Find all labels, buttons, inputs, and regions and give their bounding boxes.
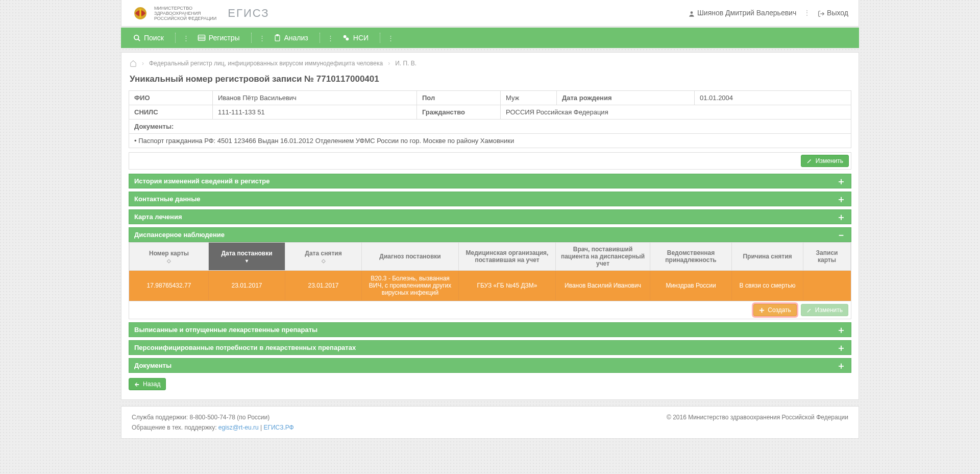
dispanser-table-wrap: Номер карты◇ Дата постановки▾ Дата сняти…	[129, 242, 851, 301]
list-icon	[198, 34, 206, 41]
svg-point-2	[691, 11, 693, 14]
svg-rect-14	[760, 310, 764, 311]
section-drugs-need[interactable]: Персонифицированные потребности в лекарс…	[129, 340, 851, 355]
expand-icon: ＋	[837, 362, 846, 369]
section-drugs-out[interactable]: Выписанные и отпущенные лекарственные пр…	[129, 322, 851, 337]
breadcrumb: › Федеральный регистр лиц, инфицированны…	[130, 60, 851, 67]
val-sex: Муж	[501, 91, 557, 105]
pencil-icon	[806, 307, 812, 313]
brand-title: ЕГИСЗ	[228, 7, 269, 20]
emblem-icon	[132, 5, 149, 22]
svg-rect-10	[276, 34, 278, 36]
nav-nsi[interactable]: НСИ	[338, 31, 373, 45]
table-row[interactable]: 17.98765432.77 23.01.2017 23.01.2017 B20…	[130, 271, 851, 301]
section-history[interactable]: История изменений сведений в регистре＋	[129, 174, 851, 188]
home-icon[interactable]	[130, 60, 137, 67]
dispanser-table: Номер карты◇ Дата постановки▾ Дата сняти…	[129, 242, 851, 301]
svg-point-4	[134, 35, 139, 39]
gears-icon	[342, 34, 350, 41]
svg-point-12	[346, 37, 349, 40]
back-button[interactable]: Назад	[129, 378, 166, 390]
section-documents[interactable]: Документы＋	[129, 358, 851, 373]
support-site[interactable]: ЕГИСЗ.РФ	[263, 424, 293, 431]
label-fio: ФИО	[129, 91, 213, 105]
edit-bar: Изменить	[129, 152, 851, 170]
label-snils: СНИЛС	[129, 105, 213, 120]
val-document: • Паспорт гражданина РФ: 4501 123466 Выд…	[129, 134, 851, 148]
logout-icon	[818, 10, 825, 17]
crumb-registry[interactable]: Федеральный регистр лиц, инфицированных …	[149, 60, 383, 67]
expand-icon: ＋	[837, 344, 846, 351]
svg-rect-1	[139, 9, 141, 17]
section-treatment[interactable]: Карта лечения＋	[129, 209, 851, 224]
label-documents: Документы:	[129, 120, 851, 134]
svg-point-11	[344, 35, 347, 38]
expand-icon: ＋	[837, 196, 846, 203]
col-dept[interactable]: Ведомственная принадлежность	[650, 243, 732, 271]
col-card-no[interactable]: Номер карты◇	[130, 243, 209, 271]
pencil-icon	[806, 158, 813, 164]
main-nav: Поиск ⋮ Регистры ⋮ Анализ ⋮ НСИ ⋮	[121, 28, 859, 48]
search-icon	[133, 34, 141, 42]
label-dob: Дата рождения	[557, 91, 695, 105]
val-dob: 01.01.2004	[695, 91, 851, 105]
nav-search[interactable]: Поиск	[129, 31, 168, 45]
label-sex: Пол	[417, 91, 501, 105]
nav-registers[interactable]: Регистры	[193, 31, 244, 45]
summary-table: ФИО Иванов Пётр Васильевич Пол Муж Дата …	[129, 90, 851, 148]
col-date-off[interactable]: Дата снятия◇	[285, 243, 362, 271]
svg-line-5	[138, 39, 140, 41]
support-email[interactable]: egisz@rt-eu.ru	[218, 424, 259, 431]
col-doctor[interactable]: Врач, поставивший пациента на диспансерн…	[556, 243, 650, 271]
val-snils: 111-111-133 51	[213, 105, 417, 120]
crumb-current: И. П. В.	[395, 60, 416, 67]
top-bar: МИНИСТЕРСТВО ЗДРАВООХРАНЕНИЯ РОССИЙСКОЙ …	[121, 0, 859, 27]
expand-icon: ＋	[837, 326, 846, 334]
ministry-label: МИНИСТЕРСТВО ЗДРАВООХРАНЕНИЯ РОССИЙСКОЙ …	[154, 6, 216, 21]
col-diagnosis[interactable]: Диагноз постановки	[362, 243, 459, 271]
col-records[interactable]: Записи карты	[803, 243, 851, 271]
arrow-left-icon	[134, 382, 140, 387]
support-phone: Служба поддержки: 8-800-500-74-78 (по Ро…	[132, 414, 294, 421]
section-dispanser[interactable]: Диспансерное наблюдение－	[129, 227, 851, 242]
edit-row-button[interactable]: Изменить	[801, 304, 848, 316]
expand-icon: ＋	[837, 178, 846, 185]
clipboard-icon	[274, 34, 281, 42]
collapse-icon: －	[837, 231, 846, 239]
copyright: © 2016 Министерство здравоохранения Росс…	[667, 414, 848, 421]
kebab-icon[interactable]: ⋮	[803, 9, 811, 17]
page-title: Уникальный номер регистровой записи № 77…	[130, 74, 851, 84]
edit-button[interactable]: Изменить	[801, 155, 849, 167]
plus-icon	[759, 307, 765, 313]
nav-analysis[interactable]: Анализ	[270, 31, 312, 45]
logout-link[interactable]: Выход	[818, 9, 848, 17]
create-button[interactable]: Создать	[753, 304, 797, 316]
col-date-on[interactable]: Дата постановки▾	[209, 243, 285, 271]
label-citizen: Гражданство	[417, 105, 501, 120]
val-citizen: РОССИЯ Российская Федерация	[501, 105, 851, 120]
svg-rect-6	[198, 35, 205, 41]
footer: Служба поддержки: 8-800-500-74-78 (по Ро…	[121, 406, 859, 439]
sort-desc-icon: ▾	[212, 258, 282, 264]
col-org[interactable]: Медицинская организация, поставившая на …	[459, 243, 556, 271]
expand-icon: ＋	[837, 214, 846, 221]
user-menu[interactable]: Шиянов Дмитрий Валерьевич	[688, 9, 796, 17]
dispanser-actions: Создать Изменить	[129, 301, 851, 319]
user-icon	[688, 10, 695, 17]
col-reason[interactable]: Причина снятия	[732, 243, 803, 271]
section-contacts[interactable]: Контактные данные＋	[129, 192, 851, 206]
page-body: › Федеральный регистр лиц, инфицированны…	[121, 52, 859, 400]
val-fio: Иванов Пётр Васильевич	[213, 91, 417, 105]
